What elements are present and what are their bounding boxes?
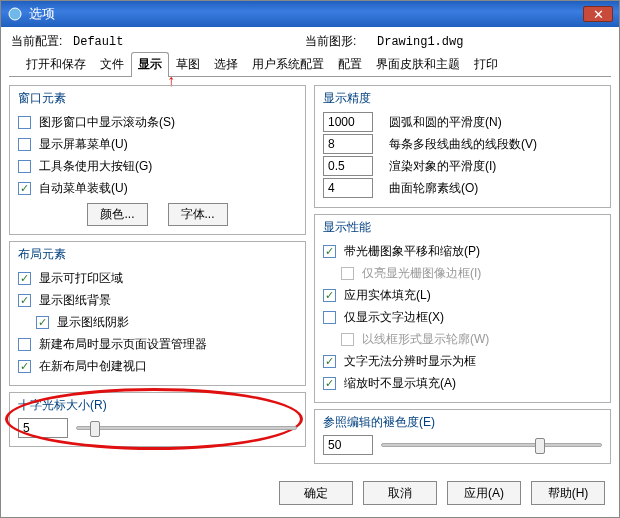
input-render[interactable] — [323, 156, 373, 176]
input-surf[interactable] — [323, 178, 373, 198]
label-screenmenu: 显示屏幕菜单(U) — [39, 136, 128, 153]
checkbox-textframe[interactable] — [323, 311, 336, 324]
label-nofillzoom: 缩放时不显示填充(A) — [344, 375, 456, 392]
label-wireframe: 以线框形式显示轮廓(W) — [362, 331, 489, 348]
drawing-label: 当前图形: — [305, 33, 377, 50]
group-title: 窗口元素 — [18, 90, 297, 107]
input-seg[interactable] — [323, 134, 373, 154]
left-column: 窗口元素 图形窗口中显示滚动条(S) 显示屏幕菜单(U) 工具条使用大按钮(G)… — [9, 85, 306, 469]
checkbox-bigbuttons[interactable] — [18, 160, 31, 173]
checkbox-screenmenu[interactable] — [18, 138, 31, 151]
label-frameonly: 文字无法分辨时显示为框 — [344, 353, 476, 370]
group-performance: 显示性能 带光栅图象平移和缩放(P) 仅亮显光栅图像边框(I) 应用实体填充(L… — [314, 214, 611, 403]
label-highlight: 仅亮显光栅图像边框(I) — [362, 265, 481, 282]
label-seg: 每条多段线曲线的线段数(V) — [389, 136, 537, 153]
footer: 确定 取消 应用(A) 帮助(H) — [1, 473, 619, 517]
tab-7[interactable]: 界面皮肤和主题 — [369, 52, 467, 76]
tab-0[interactable]: 打开和保存 — [19, 52, 93, 76]
app-icon — [7, 6, 23, 22]
checkbox-wireframe — [341, 333, 354, 346]
checkbox-pagesetup[interactable] — [18, 338, 31, 351]
help-button[interactable]: 帮助(H) — [531, 481, 605, 505]
label-render: 渲染对象的平滑度(I) — [389, 158, 496, 175]
close-button[interactable]: ✕ — [583, 6, 613, 22]
fade-input[interactable] — [323, 435, 373, 455]
checkbox-solidfill[interactable] — [323, 289, 336, 302]
crosshair-slider[interactable] — [76, 426, 297, 430]
fonts-button[interactable]: 字体... — [168, 203, 228, 226]
label-pagesetup: 新建布局时显示页面设置管理器 — [39, 336, 207, 353]
window-title: 选项 — [29, 5, 583, 23]
tab-panel: 窗口元素 图形窗口中显示滚动条(S) 显示屏幕菜单(U) 工具条使用大按钮(G)… — [1, 77, 619, 473]
apply-button[interactable]: 应用(A) — [447, 481, 521, 505]
colors-button[interactable]: 颜色... — [87, 203, 147, 226]
config-value: Default — [73, 35, 305, 49]
input-arc[interactable] — [323, 112, 373, 132]
options-dialog: 选项 ✕ 当前配置: Default 当前图形: Drawing1.dwg ↑ … — [0, 0, 620, 518]
checkbox-scrollbar[interactable] — [18, 116, 31, 129]
drawing-value: Drawing1.dwg — [377, 35, 609, 49]
slider-thumb[interactable] — [90, 421, 100, 437]
checkbox-panzoom[interactable] — [323, 245, 336, 258]
checkbox-autoload[interactable] — [18, 182, 31, 195]
group-fade: 参照编辑的褪色度(E) — [314, 409, 611, 464]
group-layout-elements: 布局元素 显示可打印区域 显示图纸背景 显示图纸阴影 新建布局时显示页面设置管理… — [9, 241, 306, 386]
tab-3[interactable]: 草图 — [169, 52, 207, 76]
tab-1[interactable]: 文件 — [93, 52, 131, 76]
group-title: 参照编辑的褪色度(E) — [323, 414, 602, 431]
checkbox-viewport[interactable] — [18, 360, 31, 373]
config-label: 当前配置: — [11, 33, 73, 50]
label-panzoom: 带光栅图象平移和缩放(P) — [344, 243, 480, 260]
crosshair-input[interactable] — [18, 418, 68, 438]
checkbox-printable[interactable] — [18, 272, 31, 285]
group-title: 布局元素 — [18, 246, 297, 263]
label-surf: 曲面轮廓素线(O) — [389, 180, 478, 197]
label-textframe: 仅显示文字边框(X) — [344, 309, 444, 326]
ok-button[interactable]: 确定 — [279, 481, 353, 505]
fade-slider[interactable] — [381, 443, 602, 447]
checkbox-nofillzoom[interactable] — [323, 377, 336, 390]
checkbox-frameonly[interactable] — [323, 355, 336, 368]
label-autoload: 自动菜单装载(U) — [39, 180, 128, 197]
tab-2[interactable]: 显示 — [131, 52, 169, 77]
label-scrollbar: 图形窗口中显示滚动条(S) — [39, 114, 175, 131]
checkbox-highlight — [341, 267, 354, 280]
group-precision: 显示精度 圆弧和圆的平滑度(N) 每条多段线曲线的线段数(V) 渲染对象的平滑度… — [314, 85, 611, 208]
header-row: 当前配置: Default 当前图形: Drawing1.dwg — [1, 27, 619, 52]
group-title: 显示性能 — [323, 219, 602, 236]
slider-thumb[interactable] — [535, 438, 545, 454]
tabs: ↑ 打开和保存文件显示草图选择用户系统配置配置界面皮肤和主题打印 — [9, 52, 611, 77]
group-window-elements: 窗口元素 图形窗口中显示滚动条(S) 显示屏幕菜单(U) 工具条使用大按钮(G)… — [9, 85, 306, 235]
tab-6[interactable]: 配置 — [331, 52, 369, 76]
titlebar: 选项 ✕ — [1, 1, 619, 27]
tab-8[interactable]: 打印 — [467, 52, 505, 76]
tab-5[interactable]: 用户系统配置 — [245, 52, 331, 76]
label-printable: 显示可打印区域 — [39, 270, 123, 287]
label-viewport: 在新布局中创建视口 — [39, 358, 147, 375]
label-solidfill: 应用实体填充(L) — [344, 287, 431, 304]
label-shadow: 显示图纸阴影 — [57, 314, 129, 331]
svg-point-0 — [9, 8, 21, 20]
checkbox-paperbg[interactable] — [18, 294, 31, 307]
label-paperbg: 显示图纸背景 — [39, 292, 111, 309]
right-column: 显示精度 圆弧和圆的平滑度(N) 每条多段线曲线的线段数(V) 渲染对象的平滑度… — [314, 85, 611, 469]
group-title: 显示精度 — [323, 90, 602, 107]
label-bigbuttons: 工具条使用大按钮(G) — [39, 158, 152, 175]
tab-4[interactable]: 选择 — [207, 52, 245, 76]
label-arc: 圆弧和圆的平滑度(N) — [389, 114, 502, 131]
checkbox-shadow[interactable] — [36, 316, 49, 329]
group-crosshair: 十字光标大小(R) — [9, 392, 306, 447]
group-title: 十字光标大小(R) — [18, 397, 297, 414]
cancel-button[interactable]: 取消 — [363, 481, 437, 505]
